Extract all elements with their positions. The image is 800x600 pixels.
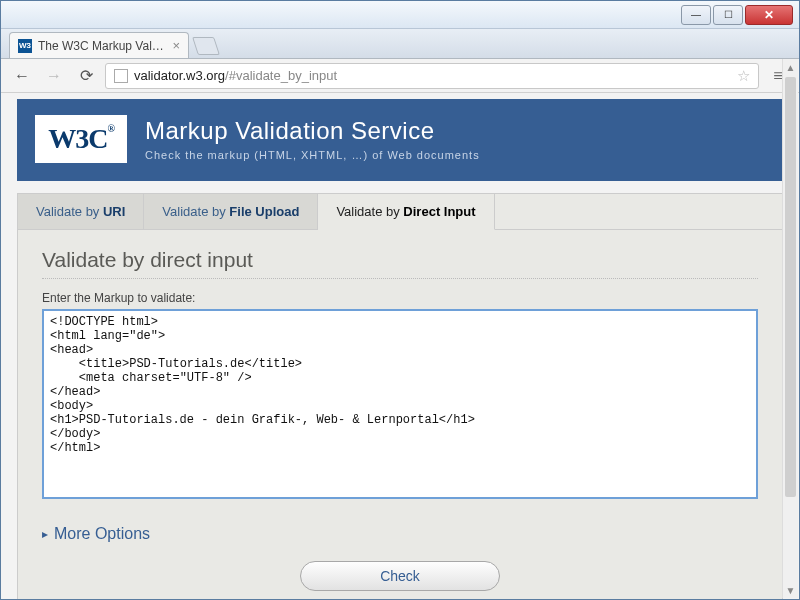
favicon-icon: W3 <box>18 39 32 53</box>
page-icon <box>114 69 128 83</box>
os-titlebar: — ☐ ✕ <box>1 1 799 29</box>
validator-panel: Validate by URI Validate by File Upload … <box>17 193 783 599</box>
window-minimize-button[interactable]: — <box>681 5 711 25</box>
url-host: validator.w3.org <box>134 68 225 83</box>
back-button[interactable]: ← <box>9 63 35 89</box>
address-bar[interactable]: validator.w3.org/#validate_by_input ☆ <box>105 63 759 89</box>
reload-button[interactable]: ⟳ <box>73 63 99 89</box>
page-viewport: W3C® Markup Validation Service Check the… <box>1 93 799 599</box>
tabs-filler <box>495 194 782 230</box>
vertical-scrollbar[interactable]: ▲ ▼ <box>782 59 798 598</box>
banner-subtitle: Check the markup (HTML, XHTML, …) of Web… <box>145 149 480 161</box>
window-maximize-button[interactable]: ☐ <box>713 5 743 25</box>
site-banner: W3C® Markup Validation Service Check the… <box>17 99 783 181</box>
browser-window: — ☐ ✕ W3 The W3C Markup Validatio × ← → … <box>0 0 800 600</box>
scroll-up-icon[interactable]: ▲ <box>783 59 798 75</box>
tab-close-icon[interactable]: × <box>172 38 180 53</box>
markup-label: Enter the Markup to validate: <box>42 291 758 305</box>
tab-validate-by-direct-input[interactable]: Validate by Direct Input <box>318 194 494 230</box>
browser-toolbar: ← → ⟳ validator.w3.org/#validate_by_inpu… <box>1 59 799 93</box>
browser-tab-strip: W3 The W3C Markup Validatio × <box>1 29 799 59</box>
more-options-toggle[interactable]: ▸ More Options <box>18 511 782 543</box>
bookmark-star-icon[interactable]: ☆ <box>737 67 750 85</box>
form-heading: Validate by direct input <box>42 248 758 279</box>
scrollbar-thumb[interactable] <box>785 77 796 497</box>
w3c-logo: W3C® <box>35 115 127 163</box>
banner-title: Markup Validation Service <box>145 117 480 145</box>
validator-tabs: Validate by URI Validate by File Upload … <box>18 194 782 230</box>
more-options-label: More Options <box>54 525 150 543</box>
new-tab-button[interactable] <box>192 37 220 55</box>
markup-textarea[interactable] <box>42 309 758 499</box>
tab-validate-by-uri[interactable]: Validate by URI <box>18 194 144 230</box>
forward-button[interactable]: → <box>41 63 67 89</box>
url-path: /#validate_by_input <box>225 68 337 83</box>
tab-validate-by-file-upload[interactable]: Validate by File Upload <box>144 194 318 230</box>
tab-title: The W3C Markup Validatio <box>38 39 166 53</box>
browser-tab[interactable]: W3 The W3C Markup Validatio × <box>9 32 189 58</box>
check-button[interactable]: Check <box>300 561 500 591</box>
scroll-down-icon[interactable]: ▼ <box>783 582 798 598</box>
expand-arrow-icon: ▸ <box>42 527 48 541</box>
window-close-button[interactable]: ✕ <box>745 5 793 25</box>
